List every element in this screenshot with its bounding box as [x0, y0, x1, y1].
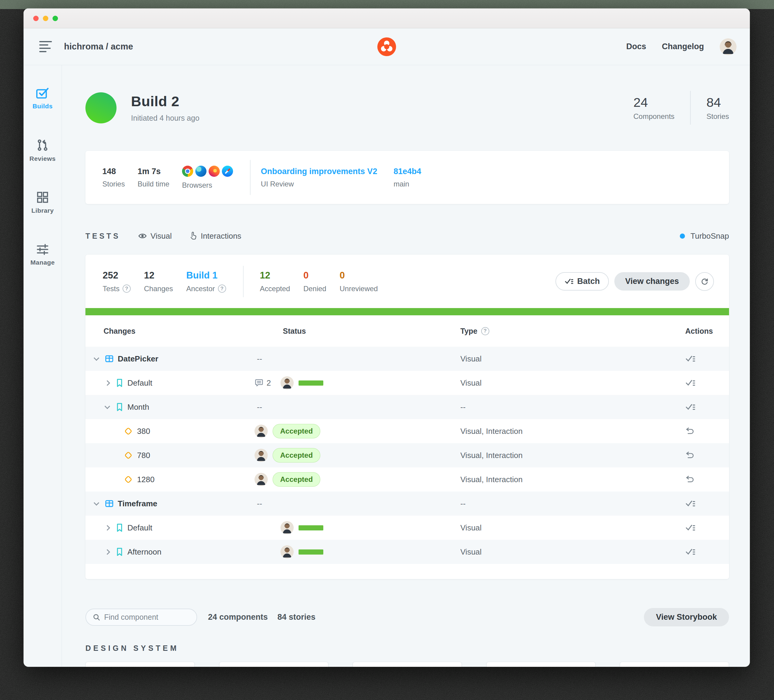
- status-progress-bar: [299, 550, 323, 555]
- app-window: hichroma / acme Docs Changelog: [23, 8, 750, 667]
- design-system-card[interactable]: [86, 662, 195, 667]
- row-name: Timeframe: [118, 499, 157, 508]
- viewport-icon: [124, 451, 133, 460]
- undo-action-icon[interactable]: [685, 475, 729, 484]
- table-row[interactable]: DatePicker -- Visual: [86, 347, 729, 371]
- status-progress-bar: [299, 380, 323, 386]
- design-system-heading: DESIGN SYSTEM: [86, 644, 729, 653]
- check-square-icon: [36, 87, 50, 99]
- row-name: Default: [127, 523, 152, 533]
- table-row[interactable]: Timeframe -- --: [86, 492, 729, 516]
- table-row[interactable]: Default 2 Visual: [86, 371, 729, 395]
- column-header-actions: Actions: [676, 327, 729, 335]
- divider: [243, 266, 244, 297]
- chevron-icon[interactable]: [94, 500, 99, 505]
- ancestor-build-link[interactable]: Build 1: [186, 270, 226, 281]
- sidebar: Builds Reviews: [23, 65, 62, 667]
- row-name: 1280: [137, 475, 155, 484]
- status-dash: --: [255, 499, 262, 508]
- menu-icon[interactable]: [39, 39, 53, 54]
- column-header-changes: Changes: [86, 327, 255, 335]
- batch-action-icon[interactable]: [685, 548, 729, 556]
- stories-stat: 84 Stories: [706, 95, 729, 121]
- component-footer: 24 components 84 stories View Storybook: [86, 608, 729, 626]
- edge-icon: [195, 166, 207, 177]
- zoom-button[interactable]: [53, 16, 58, 21]
- help-icon[interactable]: [218, 284, 226, 293]
- batch-action-icon[interactable]: [685, 524, 729, 532]
- row-type: Visual, Interaction: [460, 451, 676, 460]
- user-avatar[interactable]: [719, 38, 737, 55]
- undo-action-icon[interactable]: [685, 427, 729, 436]
- design-system-cards: [86, 662, 729, 667]
- branch-link[interactable]: Onboarding improvements V2: [261, 167, 377, 176]
- reviewer-avatar: [280, 376, 294, 390]
- minimize-button[interactable]: [43, 16, 48, 21]
- commit-block: 81e4b4 main: [394, 167, 422, 188]
- component-icon: [105, 499, 114, 508]
- tests-bar: TESTS Visual: [86, 230, 729, 242]
- row-name: DatePicker: [118, 354, 158, 363]
- view-storybook-button[interactable]: View Storybook: [644, 608, 729, 626]
- chevron-icon[interactable]: [94, 355, 99, 361]
- branch-block: Onboarding improvements V2 UI Review: [261, 167, 377, 188]
- unreviewed-stat: 0 Unreviewed: [340, 270, 378, 293]
- batch-action-icon[interactable]: [685, 403, 729, 411]
- chevron-icon[interactable]: [104, 525, 110, 530]
- batch-action-icon[interactable]: [685, 500, 729, 508]
- status-badge: Accepted: [273, 472, 320, 487]
- chromatic-logo-icon[interactable]: [377, 37, 396, 56]
- refresh-button[interactable]: [695, 272, 714, 291]
- table-row[interactable]: 380 Accepted Visual, I: [86, 419, 729, 443]
- undo-action-icon[interactable]: [685, 451, 729, 460]
- search-input[interactable]: [104, 613, 190, 622]
- denied-stat: 0 Denied: [303, 270, 326, 293]
- breadcrumb[interactable]: hichroma / acme: [64, 41, 133, 51]
- chevron-icon[interactable]: [104, 549, 110, 555]
- row-name: 780: [137, 451, 150, 460]
- table-row[interactable]: Default Visual: [86, 516, 729, 540]
- changelog-link[interactable]: Changelog: [662, 42, 704, 51]
- sidebar-item-library[interactable]: Library: [23, 191, 61, 214]
- column-header-status: Status: [255, 327, 460, 335]
- sidebar-item-label: Builds: [33, 102, 53, 110]
- docs-link[interactable]: Docs: [626, 42, 646, 51]
- tests-heading: TESTS: [86, 232, 121, 241]
- component-search[interactable]: [86, 609, 197, 626]
- sidebar-item-manage[interactable]: Manage: [23, 243, 61, 266]
- close-button[interactable]: [33, 16, 39, 21]
- turbosnap-indicator[interactable]: TurboSnap: [680, 231, 729, 241]
- comment-count: 2: [266, 378, 271, 388]
- row-name: 380: [137, 427, 150, 436]
- table-row[interactable]: Month -- --: [86, 395, 729, 419]
- batch-action-icon[interactable]: [685, 379, 729, 387]
- build-progress-bar: [86, 308, 729, 315]
- sidebar-item-builds[interactable]: Builds: [23, 87, 61, 110]
- interactions-toggle[interactable]: Interactions: [189, 231, 241, 241]
- commit-link[interactable]: 81e4b4: [394, 167, 422, 176]
- help-icon[interactable]: [122, 284, 131, 293]
- viewport-icon: [124, 475, 133, 484]
- design-system-card[interactable]: [352, 662, 462, 667]
- design-system-card[interactable]: [486, 662, 595, 667]
- search-icon: [93, 613, 101, 621]
- help-icon[interactable]: [481, 327, 490, 335]
- table-row[interactable]: Afternoon Visual: [86, 540, 729, 564]
- chevron-icon[interactable]: [104, 403, 110, 409]
- design-system-card[interactable]: [219, 662, 328, 667]
- table-row[interactable]: 780 Accepted Visual, I: [86, 443, 729, 467]
- sidebar-item-reviews[interactable]: Reviews: [23, 138, 61, 162]
- visual-toggle[interactable]: Visual: [138, 231, 172, 241]
- status-progress-bar: [299, 525, 323, 530]
- comment-group[interactable]: 2: [255, 378, 280, 388]
- batch-button[interactable]: Batch: [556, 272, 609, 291]
- view-changes-button[interactable]: View changes: [614, 272, 690, 291]
- chevron-icon[interactable]: [104, 380, 110, 386]
- batch-action-icon[interactable]: [685, 355, 729, 363]
- table-row[interactable]: 1280 Accepted Visual,: [86, 467, 729, 492]
- changes-stat: 12 Changes: [144, 270, 173, 293]
- design-system-card[interactable]: [620, 662, 729, 667]
- viewport-icon: [124, 426, 133, 436]
- ancestor-stat: Build 1 Ancestor: [186, 270, 226, 293]
- story-icon: [116, 523, 124, 532]
